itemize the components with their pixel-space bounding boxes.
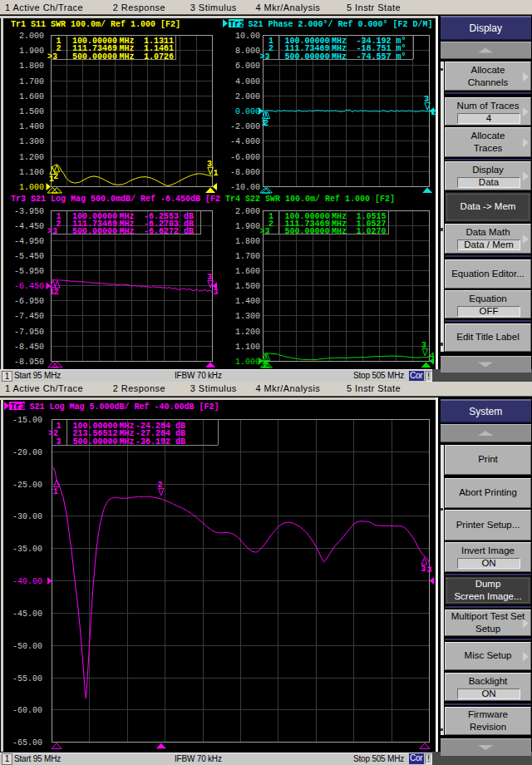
svg-text:-8.450: -8.450 (14, 343, 44, 352)
svg-text:500.00000: 500.00000 (72, 52, 117, 62)
svg-text:-8.000: -8.000 (230, 168, 260, 177)
svg-text:-2.000: -2.000 (230, 122, 260, 131)
svg-text:1.500: 1.500 (19, 107, 44, 116)
svg-text:-5.450: -5.450 (14, 252, 44, 261)
svg-text:1.600: 1.600 (19, 92, 44, 101)
svg-text:1.300: 1.300 (19, 137, 44, 146)
svg-text:>3: >3 (260, 52, 270, 62)
svg-text:Tr4 S22 SWR 100.0m/ Ref 1.000: Tr4 S22 SWR 100.0m/ Ref 1.000 [F2] (225, 195, 395, 204)
svg-text:10.00: 10.00 (235, 32, 260, 41)
svg-text:1.700: 1.700 (19, 77, 44, 86)
svg-text:1.400: 1.400 (235, 297, 260, 306)
svg-text:0.000: 0.000 (235, 107, 260, 116)
svg-text:-65.00: -65.00 (12, 738, 42, 748)
svg-text:1.0270: 1.0270 (357, 227, 387, 236)
svg-text:3: 3 (421, 341, 426, 350)
svg-text:>3: >3 (260, 227, 270, 236)
svg-text:1.0726: 1.0726 (144, 52, 174, 62)
svg-text:1.300: 1.300 (235, 312, 260, 321)
svg-text:-35.00: -35.00 (12, 545, 42, 554)
svg-text:1: 1 (53, 487, 58, 496)
svg-text:3: 3 (427, 565, 432, 575)
svg-text:2: 2 (54, 288, 59, 297)
svg-text:-74.557 m°: -74.557 m° (357, 52, 406, 62)
svg-text:-25.00: -25.00 (12, 481, 42, 490)
svg-text:-7.450: -7.450 (14, 312, 44, 321)
svg-text:Tr3 S21 Log Mag 500.0mdB/ Ref: Tr3 S21 Log Mag 500.0mdB/ Ref -6.450dB [… (11, 195, 220, 204)
svg-text:-4.950: -4.950 (14, 237, 44, 246)
svg-text:1.500: 1.500 (235, 282, 260, 291)
svg-text:-6.6272 dB: -6.6272 dB (144, 227, 194, 236)
svg-text:2: 2 (264, 119, 268, 128)
svg-text:1.600: 1.600 (235, 267, 260, 276)
svg-text:1.000: 1.000 (19, 183, 44, 192)
svg-text:-55.00: -55.00 (12, 674, 42, 684)
svg-text:8.000: 8.000 (235, 47, 260, 56)
svg-text:MHz: MHz (120, 52, 135, 62)
svg-text:>3: >3 (47, 227, 57, 236)
svg-text:2: 2 (53, 172, 58, 181)
svg-text:2.000: 2.000 (235, 92, 260, 101)
svg-text:-3.950: -3.950 (14, 207, 44, 216)
svg-text:S21 Log Mag 5.000dB/ Ref -40.0: S21 Log Mag 5.000dB/ Ref -40.00dB [F2] (30, 402, 219, 412)
svg-text:-45.00: -45.00 (12, 610, 42, 619)
svg-text:1.800: 1.800 (19, 62, 44, 71)
svg-text:>3: >3 (47, 52, 57, 62)
svg-text:500.00000: 500.00000 (72, 227, 117, 236)
svg-text:1.400: 1.400 (19, 122, 44, 131)
svg-text:-6.950: -6.950 (14, 297, 44, 306)
svg-text:1.900: 1.900 (235, 222, 260, 231)
svg-text:-10.00: -10.00 (230, 183, 260, 192)
svg-text:-5.950: -5.950 (14, 267, 44, 276)
svg-text:1.200: 1.200 (235, 328, 260, 337)
svg-text:1.700: 1.700 (235, 252, 260, 261)
svg-text:MHz: MHz (120, 437, 135, 447)
svg-text:-6.000: -6.000 (230, 153, 260, 162)
svg-text:-8.950: -8.950 (14, 358, 44, 367)
svg-text:1.000: 1.000 (235, 358, 260, 367)
svg-text:500.00000: 500.00000 (285, 52, 330, 62)
svg-text:3: 3 (214, 288, 219, 297)
svg-text:-6.450: -6.450 (14, 282, 44, 291)
svg-text:MHz: MHz (332, 52, 347, 62)
svg-text:-15.00: -15.00 (12, 416, 42, 425)
svg-text:1.100: 1.100 (235, 343, 260, 352)
svg-text:1.800: 1.800 (235, 237, 260, 246)
svg-text:-7.950: -7.950 (14, 328, 44, 337)
svg-text:1.900: 1.900 (19, 47, 44, 56)
svg-text:-50.00: -50.00 (12, 642, 42, 651)
svg-text:-4.450: -4.450 (14, 222, 44, 231)
svg-text:Tr1 S11 SWR 100.0m/ Ref 1.000: Tr1 S11 SWR 100.0m/ Ref 1.000 [F2] (11, 20, 180, 29)
svg-text:1: 1 (214, 169, 219, 178)
svg-text:6.000: 6.000 (235, 62, 260, 71)
svg-text:2.000: 2.000 (235, 207, 260, 216)
svg-text:3: 3 (207, 273, 212, 282)
svg-text:-30.00: -30.00 (12, 512, 42, 521)
svg-text:MHz: MHz (120, 227, 135, 236)
svg-text:3: 3 (57, 437, 62, 447)
svg-text:Tr3: Tr3 (11, 402, 26, 412)
svg-text:2.000: 2.000 (19, 32, 44, 41)
svg-text:-36.192 dB: -36.192 dB (135, 437, 185, 447)
svg-text:4.000: 4.000 (235, 77, 260, 86)
svg-text:1.100: 1.100 (19, 168, 44, 177)
svg-text:-4.000: -4.000 (230, 137, 260, 146)
svg-text:3: 3 (421, 565, 426, 574)
svg-text:MHz: MHz (332, 227, 347, 236)
svg-text:2: 2 (158, 481, 163, 490)
svg-text:-40.00: -40.00 (12, 577, 42, 586)
svg-text:500.00000: 500.00000 (285, 227, 330, 236)
svg-text:-20.00: -20.00 (12, 448, 42, 457)
svg-text:1.200: 1.200 (19, 153, 44, 162)
svg-text:3: 3 (424, 95, 429, 104)
svg-text:S21 Phase 2.000°/ Ref 0.000° [: S21 Phase 2.000°/ Ref 0.000° [F2 D/M] (249, 20, 433, 29)
svg-text:3: 3 (207, 160, 212, 169)
svg-text:Tr2: Tr2 (229, 20, 244, 29)
svg-text:500.00000: 500.00000 (73, 437, 118, 447)
svg-text:-60.00: -60.00 (12, 706, 42, 715)
